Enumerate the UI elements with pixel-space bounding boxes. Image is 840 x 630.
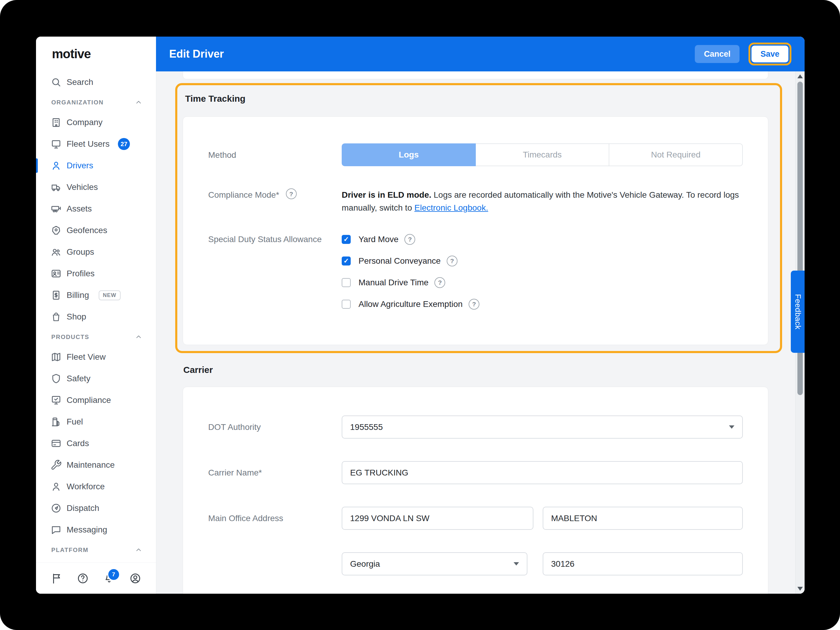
sidebar-item-label: Compliance xyxy=(66,395,111,405)
carrier-card: DOT Authority 1955555 Carrier Name* Main… xyxy=(183,387,768,594)
compliance-icon xyxy=(51,395,62,406)
sidebar-item-vehicles[interactable]: Vehicles xyxy=(36,177,156,198)
sidebar-item-label: Messaging xyxy=(66,525,107,535)
checkbox-yard-move[interactable] xyxy=(342,235,351,244)
sidebar-item-assets[interactable]: Assets xyxy=(36,198,156,219)
sidebar-item-workforce[interactable]: Workforce xyxy=(36,476,156,497)
dispatch-icon xyxy=(51,502,62,514)
sidebar-item-maintenance[interactable]: Maintenance xyxy=(36,454,156,476)
feedback-tab[interactable]: Feedback xyxy=(791,271,805,353)
method-segmented-control: LogsTimecardsNot Required xyxy=(342,144,743,166)
sidebar-item-label: Vehicles xyxy=(66,182,98,192)
allowance-label: Yard Move xyxy=(358,235,398,244)
sidebar-section-organization[interactable]: ORGANIZATION xyxy=(36,93,156,112)
allowance-row-manual-drive-time: Manual Drive Time xyxy=(342,272,479,294)
count-badge: 27 xyxy=(118,138,130,150)
main-content: Time Tracking Method LogsTimecardsNot Re… xyxy=(156,71,796,594)
sidebar-item-groups[interactable]: Groups xyxy=(36,241,156,263)
sidebar-item-label: Profiles xyxy=(66,269,95,278)
header-actions: Cancel Save xyxy=(695,43,791,65)
geofence-icon xyxy=(51,225,62,236)
sidebar-search-label: Search xyxy=(66,77,93,87)
carrier-name-row: Carrier Name* xyxy=(183,461,768,484)
carrier-heading: Carrier xyxy=(183,365,213,375)
sidebar-item-profiles[interactable]: Profiles xyxy=(36,263,156,284)
avatar-icon[interactable] xyxy=(129,572,142,585)
zip-input[interactable] xyxy=(543,552,743,575)
sidebar-item-fleet-view[interactable]: Fleet View xyxy=(36,346,156,368)
chevron-up-icon xyxy=(134,333,143,341)
method-option-logs[interactable]: Logs xyxy=(342,144,476,166)
shield-icon xyxy=(51,373,62,384)
state-value: Georgia xyxy=(350,559,380,569)
checkbox-allow-agriculture-exemption[interactable] xyxy=(342,300,351,309)
map-icon xyxy=(51,351,62,363)
flag-icon[interactable] xyxy=(51,572,63,585)
carrier-name-input[interactable] xyxy=(342,461,743,484)
time-tracking-card: Method LogsTimecardsNot Required Complia… xyxy=(183,117,768,345)
sidebar-item-label: Workforce xyxy=(66,482,105,491)
sidebar-item-label: Maintenance xyxy=(66,460,115,470)
save-button[interactable]: Save xyxy=(752,46,788,62)
help-icon[interactable] xyxy=(404,234,415,245)
state-select[interactable]: Georgia xyxy=(342,552,527,575)
scroll-down-button[interactable] xyxy=(797,587,803,591)
scroll-up-button[interactable] xyxy=(797,74,803,78)
sidebar-item-cards[interactable]: Cards xyxy=(36,433,156,454)
new-badge: NEW xyxy=(99,291,121,300)
sidebar-item-company[interactable]: Company xyxy=(36,112,156,133)
section-label: PRODUCTS xyxy=(51,333,89,341)
checkbox-manual-drive-time[interactable] xyxy=(342,278,351,287)
sidebar-footer: 7 xyxy=(36,562,156,594)
sidebar-item-drivers[interactable]: Drivers xyxy=(36,155,156,177)
sidebar-section-products[interactable]: PRODUCTS xyxy=(36,328,156,346)
compliance-mode-label: Compliance Mode* xyxy=(208,188,279,201)
sidebar-item-geofences[interactable]: Geofences xyxy=(36,219,156,241)
sidebar-nav: ORGANIZATIONCompanyFleet Users27DriversV… xyxy=(36,93,156,559)
help-icon[interactable] xyxy=(447,256,458,267)
time-tracking-heading: Time Tracking xyxy=(185,93,780,104)
checkbox-personal-conveyance[interactable] xyxy=(342,256,351,265)
sidebar-item-messaging[interactable]: Messaging xyxy=(36,519,156,541)
time-tracking-highlight: Time Tracking Method LogsTimecardsNot Re… xyxy=(175,83,782,353)
compliance-bold-text: Driver is in ELD mode. xyxy=(342,190,431,199)
dot-authority-select[interactable]: 1955555 xyxy=(342,415,743,439)
sidebar-item-label: Fleet View xyxy=(66,352,106,362)
sidebar: motive Search ORGANIZATIONCompanyFleet U… xyxy=(36,36,156,594)
person-icon xyxy=(51,481,62,492)
help-icon[interactable] xyxy=(76,572,89,585)
sidebar-item-shop[interactable]: Shop xyxy=(36,306,156,328)
sidebar-item-label: Assets xyxy=(66,204,92,213)
billing-icon xyxy=(51,289,62,301)
allowance-row-personal-conveyance: Personal Conveyance xyxy=(342,250,479,272)
help-icon[interactable] xyxy=(434,277,445,288)
electronic-logbook-link[interactable]: Electronic Logbook. xyxy=(414,203,488,212)
bell-icon[interactable]: 7 xyxy=(103,572,115,585)
sidebar-item-safety[interactable]: Safety xyxy=(36,368,156,389)
method-option-not-required[interactable]: Not Required xyxy=(609,144,743,166)
help-icon[interactable] xyxy=(286,188,297,199)
section-label: PLATFORM xyxy=(51,546,88,554)
dot-authority-value: 1955555 xyxy=(350,422,383,432)
caret-down-icon xyxy=(513,562,519,565)
sidebar-item-compliance[interactable]: Compliance xyxy=(36,389,156,411)
app-window: motive Search ORGANIZATIONCompanyFleet U… xyxy=(36,36,805,594)
help-icon[interactable] xyxy=(469,299,479,309)
groups-icon xyxy=(51,246,62,258)
sidebar-search[interactable]: Search xyxy=(36,71,156,93)
compliance-mode-label-group: Compliance Mode* xyxy=(208,188,342,214)
method-option-timecards[interactable]: Timecards xyxy=(476,144,609,166)
sidebar-item-dispatch[interactable]: Dispatch xyxy=(36,497,156,519)
cancel-button[interactable]: Cancel xyxy=(695,45,739,63)
caret-down-icon xyxy=(729,425,734,429)
sidebar-item-billing[interactable]: BillingNEW xyxy=(36,284,156,306)
section-label: ORGANIZATION xyxy=(51,99,104,106)
sidebar-item-fleet-users[interactable]: Fleet Users27 xyxy=(36,133,156,155)
method-label: Method xyxy=(208,148,342,161)
dot-authority-row: DOT Authority 1955555 xyxy=(183,415,768,439)
sidebar-item-fuel[interactable]: Fuel xyxy=(36,411,156,433)
city-input[interactable] xyxy=(543,507,743,530)
state-zip-row: Georgia xyxy=(183,552,768,575)
street-address-input[interactable] xyxy=(342,507,534,530)
sidebar-section-platform[interactable]: PLATFORM xyxy=(36,541,156,559)
